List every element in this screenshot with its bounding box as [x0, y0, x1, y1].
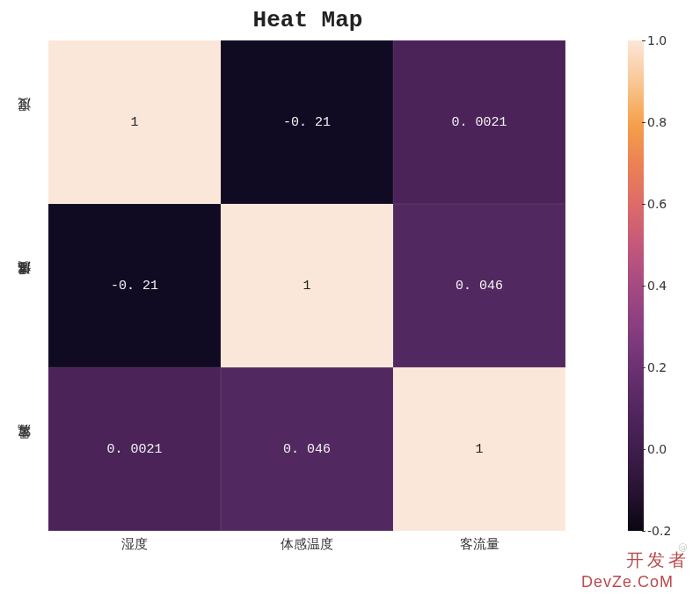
y-label-1: 体感温度: [0, 204, 48, 367]
cell-0-2: 0. 0021: [393, 40, 565, 204]
heatmap-grid: 1 -0. 21 0. 0021 -0. 21 1 0. 046 0. 0021…: [48, 40, 565, 531]
watermark-cn: 开发者: [626, 548, 689, 572]
cell-1-0: -0. 21: [48, 204, 221, 367]
y-label-0: 湿度: [0, 40, 48, 204]
cbar-tick-5: 0.8: [647, 115, 667, 129]
cbar-tick-2: 0.2: [647, 360, 667, 374]
cell-1-1: 1: [221, 204, 393, 367]
x-label-2: 客流量: [393, 531, 565, 557]
x-label-0: 湿度: [48, 531, 221, 557]
x-axis-labels: 湿度 体感温度 客流量: [48, 531, 565, 557]
cbar-tick-0: -0.2: [647, 524, 671, 538]
y-label-2: 客流量: [0, 367, 48, 531]
cbar-tick-3: 0.4: [647, 279, 667, 293]
cell-2-1: 0. 046: [221, 367, 393, 531]
cell-0-1: -0. 21: [221, 40, 393, 204]
watermark-en: DevZe.CoM: [581, 573, 674, 591]
cbar-tick-4: 0.6: [647, 197, 667, 211]
colorbar-ticks: -0.2 0.0 0.2 0.4 0.6 0.8 1.0: [647, 40, 684, 531]
x-label-1: 体感温度: [221, 531, 393, 557]
cell-0-0: 1: [48, 40, 221, 204]
cell-1-2: 0. 046: [393, 204, 565, 367]
chart-title: Heat Map: [0, 7, 616, 33]
cbar-tick-6: 1.0: [647, 33, 667, 47]
cell-2-2: 1: [393, 367, 565, 531]
y-axis-labels: 湿度 体感温度 客流量: [0, 40, 48, 531]
cell-2-0: 0. 0021: [48, 367, 221, 531]
cbar-tick-1: 0.0: [647, 442, 667, 456]
